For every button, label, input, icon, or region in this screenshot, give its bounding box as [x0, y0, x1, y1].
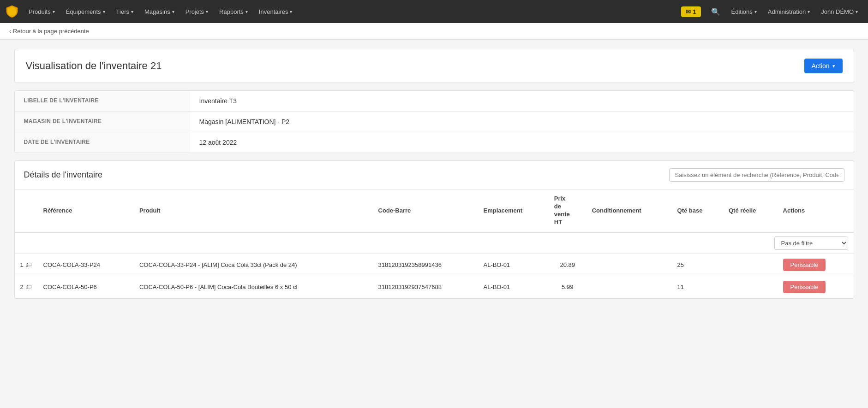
action-chevron: ▾ [832, 63, 835, 69]
logo-icon [6, 5, 18, 19]
col-num [15, 189, 38, 232]
nav-editions[interactable]: Éditions ▾ [727, 0, 761, 23]
nav-tiers[interactable]: Tiers ▾ [112, 0, 138, 23]
page-title: Visualisation de l'inventaire 21 [26, 60, 162, 72]
tag-icon: 🏷 [25, 283, 32, 290]
row-2-qte-reelle [723, 276, 778, 298]
row-1-qte-base: 25 [672, 254, 723, 276]
row-2-reference: COCA-COLA-50-P6 [38, 276, 134, 298]
row-2-num: 2 🏷 [15, 276, 38, 298]
row-1-conditionnement [587, 254, 672, 276]
search-button[interactable]: 🔍 [706, 0, 725, 23]
table-row: 2 🏷 COCA-COLA-50-P6 COCA-COLA-50-P6 - [A… [15, 276, 854, 298]
nav-user[interactable]: John DÉMO ▾ [816, 0, 862, 23]
col-codebarre: Code-Barre [373, 189, 478, 232]
table-row: 1 🏷 COCA-COLA-33-P24 COCA-COLA-33-P24 - … [15, 254, 854, 276]
details-card: Détails de l'inventaire Référence Produi… [14, 160, 854, 299]
nav-user-chevron: ▾ [856, 9, 858, 14]
page-header-card: Visualisation de l'inventaire 21 Action … [14, 49, 854, 83]
search-icon: 🔍 [711, 7, 720, 16]
row-2-produit: COCA-COLA-50-P6 - [ALIM] Coca-Cola Boute… [134, 276, 373, 298]
nav-administration-chevron: ▾ [808, 9, 810, 14]
nav-inventaires[interactable]: Inventaires ▾ [254, 0, 297, 23]
row-1-num: 1 🏷 [15, 254, 38, 276]
col-reference: Référence [38, 189, 134, 232]
nav-magasins-chevron: ▾ [172, 9, 174, 14]
info-value-libelle: Inventaire T3 [190, 91, 246, 111]
row-1-qte-reelle [723, 254, 778, 276]
col-prix: PrixdeventeHT [549, 189, 587, 232]
nav-rapports-chevron: ▾ [245, 9, 248, 14]
nav-inventaires-chevron: ▾ [290, 9, 292, 14]
info-value-magasin: Magasin [ALIMENTATION] - P2 [190, 112, 299, 132]
col-qte-base: Qté base [672, 189, 723, 232]
nav-projets-chevron: ▾ [206, 9, 208, 14]
nav-produits[interactable]: Produits ▾ [24, 0, 60, 23]
perishable-badge-1[interactable]: Périssable [783, 259, 826, 271]
perishable-badge-2[interactable]: Périssable [783, 281, 826, 293]
row-1-reference: COCA-COLA-33-P24 [38, 254, 134, 276]
filter-select[interactable]: Pas de filtre Filtre 1 Filtre 2 [774, 237, 848, 250]
row-1-emplacement: AL-BO-01 [478, 254, 548, 276]
info-row-magasin: MAGASIN DE L'INVENTAIRE Magasin [ALIMENT… [15, 112, 854, 132]
row-2-conditionnement [587, 276, 672, 298]
info-table: LIBELLE DE L'INVENTAIRE Inventaire T3 MA… [14, 90, 854, 153]
col-emplacement: Emplacement [478, 189, 548, 232]
row-2-emplacement: AL-BO-01 [478, 276, 548, 298]
breadcrumb: ‹ Retour à la page précédente [0, 23, 868, 40]
back-link[interactable]: ‹ Retour à la page précédente [9, 28, 89, 35]
col-actions: Actions [778, 189, 854, 232]
tag-icon: 🏷 [25, 261, 32, 268]
action-button[interactable]: Action ▾ [804, 59, 843, 73]
row-2-qte-base: 11 [672, 276, 723, 298]
search-input[interactable] [669, 168, 844, 182]
col-produit: Produit [134, 189, 373, 232]
notifications-button[interactable]: ✉ 1 [681, 6, 700, 17]
nav-administration[interactable]: Administration ▾ [763, 0, 814, 23]
row-2-prix: 5.99 [549, 276, 587, 298]
nav-tiers-chevron: ▾ [131, 9, 133, 14]
col-conditionnement: Conditionnement [587, 189, 672, 232]
row-1-actions: Périssable [778, 254, 854, 276]
info-row-date: DATE DE L'INVENTAIRE 12 août 2022 [15, 132, 854, 153]
row-1-codebarre: 3181203192358991436 [373, 254, 478, 276]
info-label-date: DATE DE L'INVENTAIRE [15, 132, 190, 153]
row-2-actions: Périssable [778, 276, 854, 298]
row-1-produit: COCA-COLA-33-P24 - [ALIM] Coca Cola 33cl… [134, 254, 373, 276]
envelope-icon: ✉ [686, 8, 691, 15]
info-label-libelle: LIBELLE DE L'INVENTAIRE [15, 91, 190, 111]
inventory-table: Référence Produit Code-Barre Emplacement… [15, 189, 854, 298]
nav-projets[interactable]: Projets ▾ [181, 0, 213, 23]
nav-rapports[interactable]: Rapports ▾ [215, 0, 252, 23]
info-row-libelle: LIBELLE DE L'INVENTAIRE Inventaire T3 [15, 91, 854, 112]
col-qte-reelle: Qté réelle [723, 189, 778, 232]
nav-magasins[interactable]: Magasins ▾ [140, 0, 179, 23]
filter-row: Pas de filtre Filtre 1 Filtre 2 [15, 232, 854, 254]
navbar: Produits ▾ Équipements ▾ Tiers ▾ Magasin… [0, 0, 868, 23]
info-value-date: 12 août 2022 [190, 132, 246, 153]
nav-equipements-chevron: ▾ [103, 9, 105, 14]
row-2-codebarre: 3181203192937547688 [373, 276, 478, 298]
info-label-magasin: MAGASIN DE L'INVENTAIRE [15, 112, 190, 132]
details-header: Détails de l'inventaire [15, 161, 854, 189]
nav-editions-chevron: ▾ [754, 9, 757, 14]
nav-produits-chevron: ▾ [53, 9, 55, 14]
nav-equipements[interactable]: Équipements ▾ [61, 0, 110, 23]
row-1-prix: 20.89 [549, 254, 587, 276]
details-title: Détails de l'inventaire [24, 170, 103, 180]
